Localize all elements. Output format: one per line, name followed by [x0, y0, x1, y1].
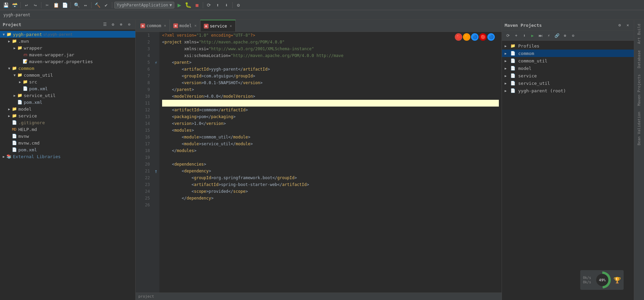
arrow-service-util: ▶ [12, 93, 17, 98]
maven-item-profiles[interactable]: ▶ 📁 Profiles [502, 42, 634, 50]
sidebar-action-collapse[interactable]: ⊖ [126, 21, 133, 28]
tree-item-service-util[interactable]: ▶ 📁 service_util [0, 92, 135, 99]
maven-item-commom-util[interactable]: ▶ 📄 commom_util [502, 57, 634, 64]
toolbar-icon-replace[interactable]: ↔ [82, 1, 89, 9]
tree-item-external-libs[interactable]: ▶ 📚 External Libraries [0, 153, 135, 160]
code-content[interactable]: <?xml version="1.0" encoding="UTF-8"?> <… [159, 32, 502, 293]
maven-btn-download[interactable]: ⬇ [521, 32, 528, 39]
maven-item-model[interactable]: ▶ 📄 model [502, 64, 634, 72]
toolbar-icon-save[interactable]: 💾 [2, 1, 9, 9]
maven-action-close[interactable]: ✕ [624, 22, 631, 29]
maven-item-yygh-parent[interactable]: ▶ 📄 yygh-parent (root) [502, 87, 634, 94]
sidebar-action-expand[interactable]: ⊕ [118, 21, 124, 28]
run-button[interactable]: ▶ [176, 1, 183, 9]
toolbar-icon-undo[interactable]: ↩ [23, 1, 30, 9]
toolbar-icon-paste[interactable]: 📄 [61, 1, 69, 9]
vtab-bean-validation[interactable]: Bean Validation [636, 109, 643, 148]
arrow-commom-util: ▼ [12, 73, 17, 77]
toolbar-icon-pull[interactable]: ⬇ [223, 1, 230, 9]
maven-btn-expand[interactable]: ⊕ [562, 32, 568, 39]
tab-service[interactable]: m service ✕ [200, 20, 236, 32]
maven-label-model: model [518, 66, 531, 71]
jar-icon: 🗃 [22, 52, 28, 57]
run-config-dropdown[interactable]: YyghParentApplication ▼ [114, 2, 174, 8]
code-line-2: <project xmlns="http://maven.apache.org/… [162, 39, 499, 45]
tree-item-pom-commom-util[interactable]: ▶ 📄 pom.xml [0, 85, 135, 92]
toolbar-icon-build[interactable]: 🔨 [94, 1, 101, 9]
vtab-art-build[interactable]: Art Build [636, 21, 643, 47]
stop-button[interactable]: ■ [193, 1, 201, 9]
gutter-4 [153, 52, 159, 59]
code-line-17: <module>service_util</module> [162, 140, 499, 147]
sidebar-action-settings[interactable]: ☰ [101, 21, 108, 28]
debug-button[interactable]: 🐛 [184, 1, 192, 9]
tree-item-wrapper[interactable]: ▶ 📁 wrapper [0, 44, 135, 51]
maven-action-settings[interactable]: ⚙ [616, 22, 623, 29]
tree-item-pom-root[interactable]: ▶ 📄 pom.xml [0, 146, 135, 153]
tree-item-model[interactable]: ▶ 📁 model [0, 106, 135, 112]
opera-btn[interactable]: 🔴 [479, 33, 487, 41]
maven-btn-refresh[interactable]: ⟳ [505, 32, 511, 39]
maven-btn-add[interactable]: + [513, 32, 520, 39]
vtab-database[interactable]: Database [636, 48, 643, 71]
tab-close-model[interactable]: ✕ [194, 23, 197, 28]
maven-btn-lifecycle[interactable]: ⚡ [545, 32, 552, 39]
code-line-1: <?xml version="1.0" encoding="UTF-8"?> [162, 32, 499, 39]
maven-item-commom[interactable]: ▶ 📄 commom [502, 50, 634, 57]
code-line-21: <dependency> [162, 168, 499, 174]
maven-item-service-util[interactable]: ▶ 📄 service_util [502, 79, 634, 87]
arrow-service: ▶ [7, 113, 12, 118]
tab-close-commom[interactable]: ✕ [164, 23, 166, 28]
tree-item-mvnw[interactable]: ▶ 📄 mvnw [0, 133, 135, 139]
vtab-maven-projects[interactable]: Maven Projects [636, 72, 643, 109]
code-line-6: <artifactId>yygh-parent</artifactId> [162, 66, 499, 73]
tree-item-commom-util[interactable]: ▼ 📁 commom_util [0, 72, 135, 78]
toolbar-icon-cut[interactable]: ✂ [43, 1, 51, 9]
tree-item-mvn[interactable]: ▶ 📁 .mvn [0, 38, 135, 44]
props-label: maven-wrapper.properties [29, 59, 93, 64]
toolbar-icon-vcs[interactable]: ⟳ [205, 1, 213, 9]
ln-13: 13 [136, 113, 150, 120]
maven-btn-link[interactable]: 🔗 [553, 32, 560, 39]
toolbar-icon-settings[interactable]: ⚙ [235, 1, 242, 9]
tree-item-jar[interactable]: ▶ 🗃 maven-wrapper.jar [0, 51, 135, 58]
toolbar-icon-check[interactable]: ✔ [102, 1, 110, 9]
safari-btn[interactable]: 🔵 [471, 33, 479, 41]
chrome-btn[interactable]: 🔴 [455, 33, 462, 41]
tree-item-root[interactable]: ▼ 📁 yygh-parent u\yygh-parent [0, 31, 135, 38]
toolbar-sep-3 [71, 2, 71, 8]
arrow-wrapper: ▶ [12, 45, 17, 50]
gutter-15 [153, 127, 159, 134]
tree-item-properties[interactable]: ▶ 📝 maven-wrapper.properties [0, 58, 135, 65]
maven-btn-run[interactable]: ▶ [529, 32, 536, 39]
tab-model[interactable]: m model ✕ [170, 20, 200, 32]
tree-item-gitignore[interactable]: ▶ 📄 .gitignore [0, 119, 135, 126]
toolbar-icon-save2[interactable]: 🗃️ [11, 1, 18, 9]
toolbar-icon-push[interactable]: ⬆ [214, 1, 221, 9]
toolbar-icon-copy[interactable]: 📋 [52, 1, 60, 9]
code-line-16: <module>commom_util</module> [162, 134, 499, 140]
tree-item-pom-commom[interactable]: ▶ 📄 pom.xml [0, 99, 135, 106]
code-line-26 [162, 202, 499, 208]
tab-close-service[interactable]: ✕ [230, 24, 232, 28]
maven-btn-collapse[interactable]: ⊖ [570, 32, 577, 39]
tree-item-commom[interactable]: ▼ 📁 commom [0, 65, 135, 72]
maven-btn-skip[interactable]: ⏭ [537, 32, 544, 39]
toolbar-icon-redo[interactable]: ↪ [32, 1, 39, 9]
gutter-21[interactable]: ↑ [153, 168, 159, 174]
sidebar-action-gear[interactable]: ⚙ [110, 21, 116, 28]
maven-item-service[interactable]: ▶ 📄 service [502, 72, 634, 79]
maven-label-commom-util: commom_util [518, 58, 547, 63]
firefox-btn[interactable]: 🟠 [463, 33, 470, 41]
gutter-5[interactable]: ⚡ [153, 59, 159, 66]
tab-commom[interactable]: m commom ✕ [137, 20, 170, 32]
code-line-5: <parent> [162, 59, 499, 66]
tree-item-mvnw-cmd[interactable]: ▶ 📄 mvnw.cmd [0, 139, 135, 146]
tree-item-src[interactable]: ▶ 📁 src [0, 78, 135, 85]
ln-18: 18 [136, 147, 150, 154]
tree-item-help[interactable]: ▶ MD HELP.md [0, 126, 135, 133]
ie-btn[interactable]: 🔵 [487, 33, 495, 41]
toolbar-icon-find[interactable]: 🔍 [73, 1, 80, 9]
tree-item-service[interactable]: ▶ 📁 service [0, 112, 135, 119]
folder-icon-model: 📁 [12, 106, 17, 112]
